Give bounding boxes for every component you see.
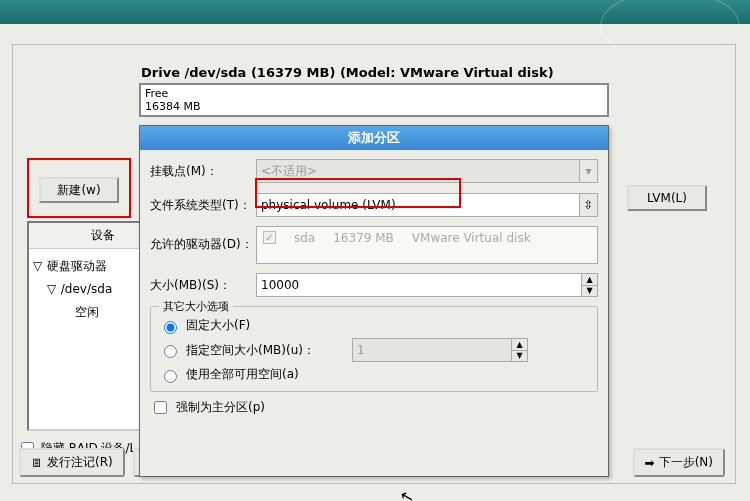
radio-fill-row: 使用全部可用空间(a) — [159, 366, 589, 383]
mount-point-value: <不适用> — [261, 163, 317, 180]
tree-root-label: 硬盘驱动器 — [47, 259, 107, 273]
drive-header-label: Drive /dev/sda (16379 MB) (Model: VMware… — [141, 65, 554, 80]
size-spin-down[interactable]: ▼ — [582, 286, 597, 297]
size-spin-up[interactable]: ▲ — [582, 274, 597, 286]
lvm-button[interactable]: LVM(L) — [627, 185, 707, 211]
add-partition-dialog: 添加分区 挂载点(M)： <不适用> ▾ 文件系统类型(T)： physical… — [139, 125, 609, 477]
lvm-button-label: LVM(L) — [647, 191, 687, 205]
additional-size-fieldset: 其它大小选项 固定大小(F) 指定空间大小(MB)(u)： ▲ ▼ — [150, 306, 598, 392]
release-notes-label: 发行注记(R) — [47, 454, 113, 471]
allowed-drives-row: 允许的驱动器(D)： ✓ sda 16379 MB VMware Virtual… — [150, 226, 598, 264]
window-titlebar — [0, 0, 750, 24]
drive-item-dev: sda — [294, 231, 315, 245]
upto-spin-buttons: ▲ ▼ — [511, 339, 527, 361]
tree-free-label: 空闲 — [75, 305, 99, 319]
mount-point-label: 挂载点(M)： — [150, 163, 256, 180]
next-button[interactable]: ➡ 下一步(N) — [633, 448, 725, 477]
size-input[interactable] — [257, 274, 581, 296]
drive-usage-bar: Free 16384 MB — [139, 83, 609, 117]
drive-free-label: Free — [145, 87, 603, 100]
mount-point-combo: <不适用> ▾ — [256, 159, 598, 183]
size-label: 大小(MB)(S)： — [150, 277, 256, 294]
new-button-label: 新建(w) — [57, 183, 100, 197]
radio-fill[interactable] — [164, 370, 177, 383]
upto-input — [353, 339, 511, 361]
filesystem-type-combo[interactable]: physical volume (LVM) ⇳ — [256, 193, 598, 217]
radio-upto-label: 指定空间大小(MB)(u)： — [186, 342, 346, 359]
drive-item-size: 16379 MB — [333, 231, 394, 245]
upto-spin-up: ▲ — [512, 339, 527, 351]
next-button-label: 下一步(N) — [659, 454, 713, 471]
additional-size-legend: 其它大小选项 — [159, 299, 233, 314]
force-primary-checkbox[interactable] — [154, 401, 167, 414]
filesystem-type-row: 文件系统类型(T)： physical volume (LVM) ⇳ — [150, 192, 598, 218]
dialog-title: 添加分区 — [140, 126, 608, 150]
release-notes-button[interactable]: 🗏 发行注记(R) — [19, 448, 125, 477]
main-panel: Drive /dev/sda (16379 MB) (Model: VMware… — [12, 44, 736, 484]
radio-fixed[interactable] — [164, 321, 177, 334]
next-arrow-icon: ➡ — [645, 456, 655, 470]
force-primary-label: 强制为主分区(p) — [176, 399, 265, 416]
radio-upto[interactable] — [164, 345, 177, 358]
filesystem-type-label: 文件系统类型(T)： — [150, 197, 256, 214]
radio-fixed-row: 固定大小(F) — [159, 317, 589, 334]
radio-upto-row: 指定空间大小(MB)(u)： ▲ ▼ — [159, 338, 589, 362]
drive-checkbox-icon: ✓ — [263, 231, 276, 244]
drive-free-size: 16384 MB — [145, 100, 603, 113]
filesystem-type-value: physical volume (LVM) — [261, 198, 396, 212]
upto-spinner: ▲ ▼ — [352, 338, 528, 362]
allowed-drives-list: ✓ sda 16379 MB VMware Virtual disk — [256, 226, 598, 264]
force-primary-row: 强制为主分区(p) — [150, 398, 598, 417]
size-row: 大小(MB)(S)： ▲ ▼ — [150, 272, 598, 298]
chevron-down-icon: ▾ — [579, 160, 597, 182]
allowed-drives-label: 允许的驱动器(D)： — [150, 226, 256, 253]
upto-spin-down: ▼ — [512, 351, 527, 362]
radio-fixed-label: 固定大小(F) — [186, 317, 250, 334]
dialog-body: 挂载点(M)： <不适用> ▾ 文件系统类型(T)： physical volu… — [140, 150, 608, 423]
notes-icon: 🗏 — [31, 456, 43, 470]
radio-fill-label: 使用全部可用空间(a) — [186, 366, 299, 383]
drive-item-model: VMware Virtual disk — [412, 231, 531, 245]
new-button[interactable]: 新建(w) — [39, 177, 119, 203]
chevron-updown-icon: ⇳ — [579, 194, 597, 216]
mount-point-row: 挂载点(M)： <不适用> ▾ — [150, 158, 598, 184]
size-spin-buttons: ▲ ▼ — [581, 274, 597, 296]
size-spinner[interactable]: ▲ ▼ — [256, 273, 598, 297]
tree-device-label: /dev/sda — [61, 282, 112, 296]
mouse-cursor-icon: ↖ — [398, 486, 416, 501]
